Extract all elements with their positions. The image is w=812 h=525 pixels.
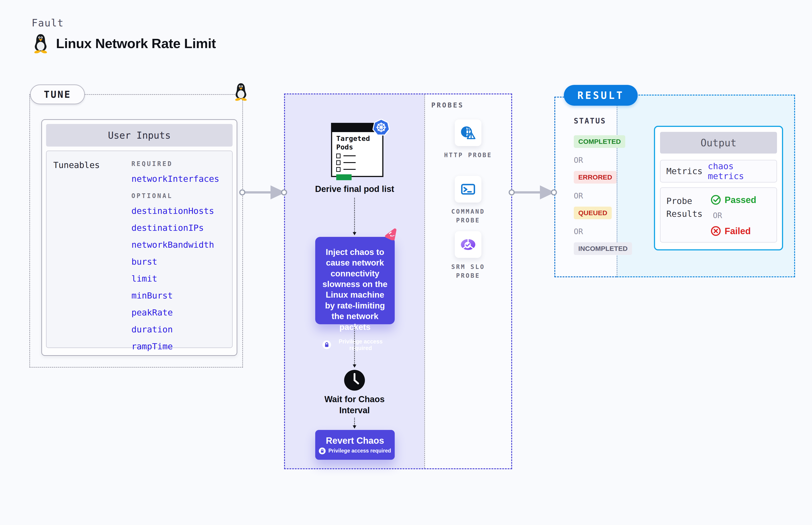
tuneable-item: destinationIPs (132, 223, 219, 233)
linux-penguin-corner-icon (234, 82, 248, 101)
inject-chaos-description: Inject chaos to cause network connectivi… (322, 247, 388, 332)
probe-label: COMMAND PROBE (438, 207, 499, 225)
metrics-row: Metrics chaos metrics (660, 160, 777, 182)
execution-section-box: Targeted Pods (284, 93, 512, 469)
chaos-logo-icon (384, 227, 397, 240)
slo-donut-check-icon (460, 238, 476, 251)
execution-flow-panel: Targeted Pods (285, 94, 424, 468)
list-line (344, 155, 356, 156)
tuneable-item: rampTime (132, 341, 219, 351)
tune-badge: TUNE (30, 85, 85, 104)
privilege-row: Privilege access required (319, 448, 391, 454)
privilege-row: Privilege access required (322, 338, 388, 351)
tuneable-item: networkBandwidth (132, 240, 219, 250)
tuneable-item: networkInterfaces (132, 174, 219, 184)
clock-icon (344, 370, 365, 391)
probe-card (455, 119, 481, 146)
status-badge-queued: QUEUED (574, 207, 612, 219)
or-separator: OR (713, 211, 756, 220)
flow-connector-arrow (354, 198, 355, 234)
output-title: Output (660, 132, 777, 153)
check-circle-icon (711, 195, 721, 205)
result-badge: RESULT (564, 85, 638, 106)
or-separator: OR (574, 155, 583, 165)
x-circle-icon (711, 226, 721, 236)
privilege-label: Privilege access required (328, 448, 391, 454)
globe-warning-icon (461, 126, 476, 140)
tuneable-item: peakRate (132, 308, 219, 317)
probe-item-srm-slo: SRM SLO PROBE (425, 231, 511, 280)
checkbox-icon (336, 160, 341, 165)
probe-card (455, 176, 481, 202)
probes-panel-label: PROBES (431, 101, 464, 109)
pod-checklist-row (336, 153, 378, 158)
page-title-row: Linux Network Rate Limit (33, 33, 216, 53)
tuneables-label: Tuneables (53, 160, 132, 339)
flow-connector-arrow (354, 418, 355, 427)
user-inputs-card: User Inputs Tuneables REQUIRED networkIn… (41, 119, 237, 356)
tuneable-item: limit (132, 274, 219, 284)
list-line (344, 162, 356, 163)
pod-checklist-row (336, 160, 378, 165)
tune-to-execution-arrow (239, 184, 288, 200)
optional-group-label: OPTIONAL (132, 192, 219, 200)
fault-kicker: Fault (32, 17, 64, 29)
tuneables-list: REQUIRED networkInterfaces OPTIONAL dest… (132, 160, 219, 339)
passed-label: Passed (725, 195, 756, 205)
result-status-box: STATUS COMPLETED OR ERRORED OR QUEUED OR… (554, 96, 617, 277)
wait-for-chaos-label: Wait for Chaos Interval (321, 394, 388, 416)
kubernetes-icon (372, 119, 390, 136)
probe-results-label: Probe Results (666, 195, 711, 236)
revert-chaos-label: Revert Chaos (326, 436, 384, 446)
tuneable-item: destinationHosts (132, 206, 219, 216)
probe-card (455, 231, 481, 258)
status-badge-errored: ERRORED (574, 171, 617, 184)
probe-results-row: Probe Results Passed OR (660, 188, 777, 242)
lock-icon (322, 341, 331, 349)
status-badge-completed: COMPLETED (574, 135, 625, 148)
progress-bar (336, 174, 351, 180)
fault-diagram: Fault Linux Network Rate Limit TUNE (0, 0, 812, 525)
failed-line: Failed (711, 226, 756, 236)
lock-icon (319, 448, 326, 454)
tuneables-panel: Tuneables REQUIRED networkInterfaces OPT… (46, 151, 232, 348)
probe-item-http: HTTP PROBE (425, 119, 511, 160)
checkbox-icon (336, 153, 341, 158)
tuneable-item: minBurst (132, 290, 219, 301)
pod-checklist-row (336, 167, 378, 172)
linux-penguin-icon (33, 33, 48, 53)
status-heading: STATUS (574, 117, 617, 125)
tuneable-item: duration (132, 325, 219, 334)
probe-item-command: COMMAND PROBE (425, 176, 511, 225)
failed-label: Failed (725, 226, 751, 236)
or-separator: OR (574, 227, 583, 236)
probes-panel: PROBES (424, 94, 511, 468)
checkbox-icon (336, 167, 341, 172)
output-card: Output Metrics chaos metrics Probe Resul… (654, 126, 783, 251)
revert-chaos-step: Revert Chaos Privilege access required (315, 430, 395, 460)
page-title: Linux Network Rate Limit (56, 36, 216, 51)
user-inputs-title: User Inputs (46, 124, 232, 147)
status-badge-incompleted: INCOMPLETED (574, 242, 632, 255)
list-line (344, 169, 356, 170)
tuneable-item: burst (132, 257, 219, 267)
probes-to-result-arrow (508, 184, 557, 200)
targeted-pods-title: Targeted Pods (336, 134, 378, 151)
probe-label: SRM SLO PROBE (438, 262, 499, 280)
terminal-icon (461, 182, 476, 196)
metrics-label: Metrics (666, 165, 708, 178)
inject-chaos-step: Inject chaos to cause network connectivi… (315, 237, 395, 324)
privilege-label: Privilege access required (334, 338, 388, 351)
or-separator: OR (574, 191, 583, 200)
metrics-value: chaos metrics (708, 161, 771, 181)
passed-line: Passed (711, 195, 756, 205)
required-group-label: REQUIRED (132, 160, 219, 167)
flow-connector-arrow (354, 327, 355, 366)
probe-label: HTTP PROBE (438, 151, 499, 160)
derive-pod-list-label: Derive final pod list (285, 184, 424, 194)
